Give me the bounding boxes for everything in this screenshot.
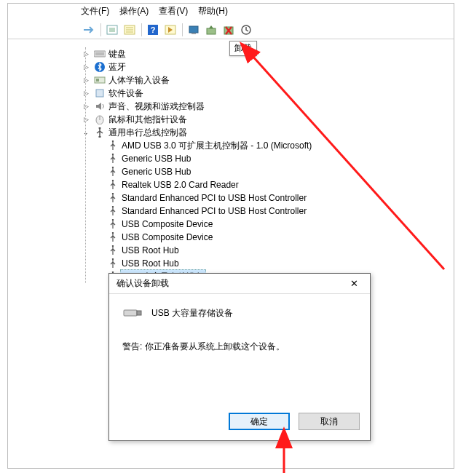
- tree-label: Generic USB Hub: [122, 165, 191, 178]
- tree-category[interactable]: ▷ 键盘: [81, 47, 451, 60]
- usb-controller-icon: [94, 127, 106, 138]
- tree-label: USB Composite Device: [122, 218, 213, 231]
- menu-bar: 文件(F) 操作(A) 查看(V) 帮助(H): [81, 5, 228, 18]
- update-driver-icon[interactable]: [203, 23, 219, 37]
- action-icon[interactable]: [162, 23, 178, 37]
- tree-item[interactable]: Realtek USB 2.0 Card Reader: [81, 178, 451, 191]
- svg-rect-24: [99, 136, 101, 138]
- usb-device-icon: [107, 258, 119, 269]
- cancel-button[interactable]: 取消: [299, 413, 360, 430]
- toolbar-separator: [98, 23, 103, 37]
- tree-category[interactable]: ⌄ 通用串行总线控制器: [81, 126, 451, 139]
- confirm-uninstall-dialog: 确认设备卸载 ✕ USB 大容量存储设备 警告: 你正准备要从系统上卸载这个设备…: [108, 273, 371, 441]
- usb-storage-icon: [122, 306, 143, 320]
- tree-category[interactable]: ▷ 蓝牙: [81, 60, 451, 74]
- svg-rect-11: [207, 28, 216, 34]
- help-icon[interactable]: ?: [145, 23, 161, 37]
- usb-device-icon: [107, 231, 119, 243]
- ok-button[interactable]: 确定: [229, 413, 290, 430]
- keyboard-icon: [94, 48, 106, 60]
- device-tree: ▷ 键盘 ▷ 蓝牙 ▷ 人体学输入设备 ▷ 软件设备: [81, 47, 451, 283]
- close-icon[interactable]: ✕: [341, 276, 367, 292]
- svg-rect-20: [96, 90, 103, 97]
- usb-device-icon: [107, 218, 119, 230]
- dialog-title: 确认设备卸载: [116, 277, 169, 290]
- tree-label: Realtek USB 2.0 Card Reader: [122, 178, 239, 191]
- chevron-right-icon[interactable]: ▷: [81, 62, 91, 72]
- sound-icon: [94, 100, 106, 112]
- bluetooth-icon: [94, 61, 106, 73]
- svg-point-23: [99, 127, 101, 130]
- tree-item[interactable]: AMD USB 3.0 可扩展主机控制器 - 1.0 (Microsoft): [81, 139, 451, 152]
- svg-point-33: [112, 245, 114, 247]
- svg-point-26: [112, 154, 114, 155]
- tree-item[interactable]: USB Composite Device: [81, 231, 451, 244]
- uninstall-icon[interactable]: [221, 23, 237, 37]
- usb-device-icon: [107, 205, 119, 217]
- scan-hardware-icon[interactable]: [186, 23, 202, 37]
- tree-label: 键盘: [108, 47, 126, 60]
- menu-action[interactable]: 操作(A): [119, 5, 149, 18]
- toolbar-divider: [8, 39, 454, 39]
- tree-item[interactable]: Generic USB Hub: [81, 152, 451, 165]
- tree-item[interactable]: Standard Enhanced PCI to USB Host Contro…: [81, 191, 451, 205]
- tree-label: 声音、视频和游戏控制器: [108, 100, 205, 113]
- tree-category[interactable]: ▷ 声音、视频和游戏控制器: [81, 100, 451, 113]
- tree-category[interactable]: ▷ 人体学输入设备: [81, 74, 451, 87]
- mouse-icon: [94, 114, 106, 125]
- chevron-right-icon[interactable]: ▷: [81, 88, 91, 98]
- menu-view[interactable]: 查看(V): [159, 5, 188, 18]
- usb-device-icon: [107, 166, 119, 178]
- show-hidden-icon[interactable]: [104, 23, 120, 37]
- tree-category[interactable]: ▷ 鼠标和其他指针设备: [81, 113, 451, 126]
- usb-device-icon: [107, 179, 119, 191]
- svg-rect-10: [191, 33, 196, 34]
- usb-device-icon: [107, 153, 119, 164]
- svg-rect-19: [96, 79, 99, 82]
- menu-help[interactable]: 帮助(H): [198, 5, 228, 18]
- svg-point-27: [112, 167, 114, 168]
- toolbar: ?: [81, 21, 254, 39]
- toolbar-separator: [139, 23, 143, 37]
- tree-item[interactable]: Standard Enhanced PCI to USB Host Contro…: [81, 205, 451, 218]
- chevron-down-icon[interactable]: ⌄: [81, 127, 91, 138]
- tree-label: 软件设备: [108, 87, 143, 100]
- toolbar-separator: [180, 23, 184, 37]
- tree-category[interactable]: ▷ 软件设备: [81, 87, 451, 100]
- tree-label: Standard Enhanced PCI to USB Host Contro…: [122, 191, 307, 205]
- tree-label: Generic USB Hub: [122, 152, 191, 165]
- svg-rect-9: [189, 26, 198, 33]
- chevron-right-icon[interactable]: ▷: [81, 49, 91, 59]
- hid-icon: [94, 74, 106, 86]
- tree-label: 蓝牙: [108, 60, 126, 74]
- window-frame: 文件(F) 操作(A) 查看(V) 帮助(H) ?: [7, 3, 454, 469]
- tree-item[interactable]: USB Composite Device: [81, 218, 451, 231]
- tree-label: 鼠标和其他指针设备: [108, 113, 187, 126]
- tree-label: AMD USB 3.0 可扩展主机控制器 - 1.0 (Microsoft): [122, 139, 312, 152]
- svg-rect-14: [94, 51, 106, 57]
- properties-icon[interactable]: [122, 23, 138, 37]
- usb-device-icon: [107, 245, 119, 256]
- tree-item[interactable]: USB Root Hub: [81, 257, 451, 270]
- usb-device-icon: [107, 140, 119, 151]
- tree-label: USB Composite Device: [122, 231, 213, 244]
- tree-item[interactable]: USB Root Hub: [81, 244, 451, 257]
- svg-rect-37: [137, 311, 141, 315]
- chevron-right-icon[interactable]: ▷: [81, 75, 91, 85]
- svg-point-30: [112, 206, 114, 207]
- menu-file[interactable]: 文件(F): [81, 5, 109, 18]
- svg-point-31: [112, 219, 114, 221]
- svg-point-29: [112, 193, 114, 194]
- svg-rect-1: [109, 28, 115, 32]
- svg-point-32: [112, 232, 114, 234]
- nav-forward-icon[interactable]: [81, 23, 97, 37]
- refresh-icon[interactable]: [238, 23, 254, 37]
- svg-point-25: [112, 140, 114, 142]
- dialog-titlebar[interactable]: 确认设备卸载 ✕: [109, 274, 370, 294]
- chevron-right-icon[interactable]: ▷: [81, 114, 91, 124]
- dialog-device-name: USB 大容量存储设备: [151, 306, 233, 320]
- tree-item[interactable]: Generic USB Hub: [81, 165, 451, 178]
- tree-label: USB Root Hub: [122, 257, 179, 270]
- tree-label: Standard Enhanced PCI to USB Host Contro…: [122, 205, 307, 218]
- chevron-right-icon[interactable]: ▷: [81, 101, 91, 111]
